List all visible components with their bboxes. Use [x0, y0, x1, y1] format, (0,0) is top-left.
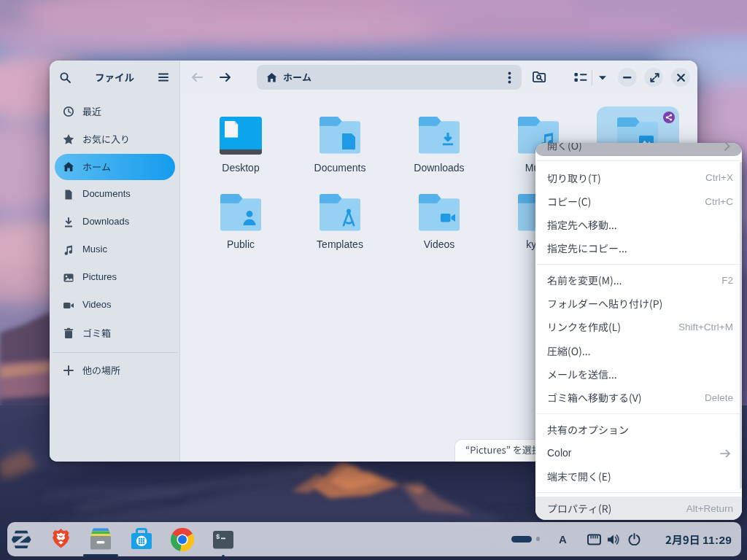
- svg-text:$: $: [216, 534, 220, 541]
